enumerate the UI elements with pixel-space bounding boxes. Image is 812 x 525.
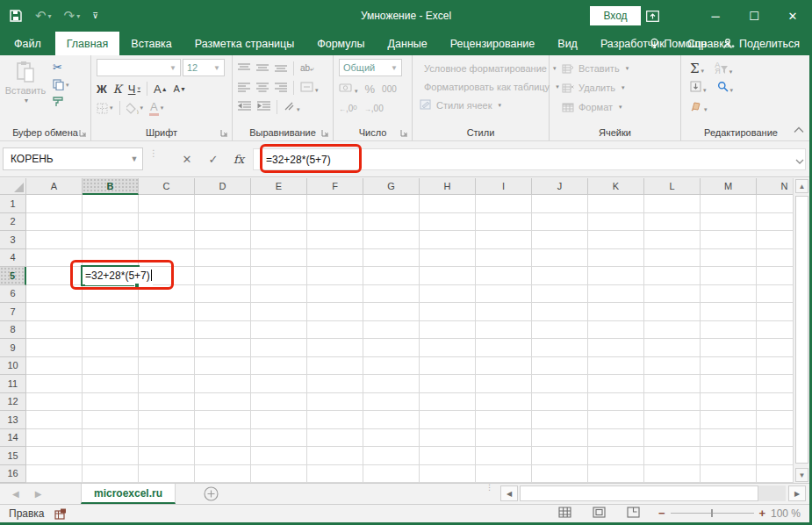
undo-icon[interactable]: ↶▾ — [35, 8, 52, 24]
tab-Данные[interactable]: Данные — [377, 32, 439, 55]
cell-H16[interactable] — [420, 465, 476, 484]
cell-M2[interactable] — [701, 213, 757, 232]
cell-I14[interactable] — [476, 429, 532, 448]
column-header-L[interactable]: L — [644, 178, 701, 195]
cell-G7[interactable] — [363, 303, 420, 321]
cell-J4[interactable] — [532, 249, 588, 268]
cell-M11[interactable] — [701, 375, 757, 393]
cell-J14[interactable] — [532, 429, 588, 448]
row-header-2[interactable]: 2 — [0, 213, 26, 232]
close-icon[interactable]: ✕ — [773, 0, 812, 32]
cell-F10[interactable] — [307, 357, 363, 376]
cell-C15[interactable] — [139, 447, 195, 465]
cell-K11[interactable] — [588, 375, 644, 393]
align-left-icon[interactable] — [238, 80, 250, 96]
fill-button[interactable]: ▾ — [690, 80, 707, 96]
cell-G11[interactable] — [363, 375, 420, 393]
cell-B12[interactable] — [83, 393, 139, 412]
cell-F3[interactable] — [307, 231, 363, 249]
cell-F6[interactable] — [307, 285, 363, 304]
cell-C11[interactable] — [139, 375, 195, 393]
cell-K6[interactable] — [588, 285, 644, 304]
cell-I7[interactable] — [476, 303, 532, 321]
cell-H6[interactable] — [420, 285, 476, 304]
number-dialog-launcher-icon[interactable] — [400, 129, 409, 138]
cell-L7[interactable] — [644, 303, 701, 321]
cell-N13[interactable] — [757, 411, 793, 429]
cell-H9[interactable] — [420, 339, 476, 357]
cell-K9[interactable] — [588, 339, 644, 357]
prev-sheet-icon[interactable]: ◀ — [12, 489, 19, 499]
cell-G12[interactable] — [363, 393, 420, 412]
cell-D7[interactable] — [195, 303, 251, 321]
cell-G16[interactable] — [363, 465, 420, 484]
cell-N1[interactable] — [757, 195, 793, 213]
cell-I9[interactable] — [476, 339, 532, 357]
decrease-indent-icon[interactable] — [238, 99, 251, 115]
cell-K12[interactable] — [588, 393, 644, 412]
cell-C6[interactable] — [139, 285, 195, 304]
shrink-font-button[interactable]: А▼ — [174, 83, 186, 94]
cell-G1[interactable] — [363, 195, 420, 213]
new-sheet-button[interactable] — [204, 484, 219, 504]
grow-font-button[interactable]: А▲ — [154, 83, 168, 96]
cell-K10[interactable] — [588, 357, 644, 376]
row-header-11[interactable]: 11 — [0, 375, 26, 393]
cell-D1[interactable] — [195, 195, 251, 213]
formula-bar-splitter[interactable]: ⋮ — [149, 150, 158, 156]
cell-E13[interactable] — [251, 411, 307, 429]
page-break-view-icon[interactable] — [627, 507, 640, 521]
cell-D15[interactable] — [195, 447, 251, 465]
cell-A3[interactable] — [26, 231, 83, 249]
cell-F15[interactable] — [307, 447, 363, 465]
next-sheet-icon[interactable]: ▶ — [35, 489, 42, 499]
cell-M6[interactable] — [701, 285, 757, 304]
cell-B10[interactable] — [83, 357, 139, 376]
zoom-slider-handle[interactable] — [711, 509, 713, 517]
cell-B16[interactable] — [83, 465, 139, 484]
cell-I5[interactable] — [476, 267, 532, 285]
cell-G3[interactable] — [363, 231, 420, 249]
cell-N6[interactable] — [757, 285, 793, 304]
cell-F4[interactable] — [307, 249, 363, 268]
cell-A6[interactable] — [26, 285, 83, 304]
cell-E9[interactable] — [251, 339, 307, 357]
cell-A2[interactable] — [26, 213, 83, 232]
cell-I10[interactable] — [476, 357, 532, 376]
cell-F9[interactable] — [307, 339, 363, 357]
cell-G10[interactable] — [363, 357, 420, 376]
ribbon-display-options-icon[interactable] — [633, 0, 672, 32]
redo-icon[interactable]: ↷▾ — [64, 8, 81, 24]
cell-J11[interactable] — [532, 375, 588, 393]
cell-D16[interactable] — [195, 465, 251, 484]
cell-N3[interactable] — [757, 231, 793, 249]
cell-D5[interactable] — [195, 267, 251, 285]
confirm-entry-icon[interactable]: ✓ — [202, 147, 225, 170]
cell-D2[interactable] — [195, 213, 251, 232]
cell-B11[interactable] — [83, 375, 139, 393]
row-header-16[interactable]: 16 — [0, 465, 26, 484]
cell-M12[interactable] — [701, 393, 757, 412]
cell-C1[interactable] — [139, 195, 195, 213]
cell-C13[interactable] — [139, 411, 195, 429]
cell-N5[interactable] — [757, 267, 793, 285]
normal-view-icon[interactable] — [558, 507, 571, 521]
cell-F12[interactable] — [307, 393, 363, 412]
collapse-ribbon-icon[interactable] — [794, 121, 804, 137]
maximize-icon[interactable]: ☐ — [735, 0, 773, 32]
increase-indent-icon[interactable] — [257, 99, 270, 115]
cell-D10[interactable] — [195, 357, 251, 376]
cell-C16[interactable] — [139, 465, 195, 484]
cell-G2[interactable] — [363, 213, 420, 232]
cell-M7[interactable] — [701, 303, 757, 321]
cell-C8[interactable] — [139, 321, 195, 340]
cell-K15[interactable] — [588, 447, 644, 465]
cell-H12[interactable] — [420, 393, 476, 412]
row-header-3[interactable]: 3 — [0, 231, 26, 249]
cell-I13[interactable] — [476, 411, 532, 429]
cell-I6[interactable] — [476, 285, 532, 304]
tab-Формулы[interactable]: Формулы — [305, 32, 376, 55]
cell-N2[interactable] — [757, 213, 793, 232]
cell-C7[interactable] — [139, 303, 195, 321]
cell-M9[interactable] — [701, 339, 757, 357]
